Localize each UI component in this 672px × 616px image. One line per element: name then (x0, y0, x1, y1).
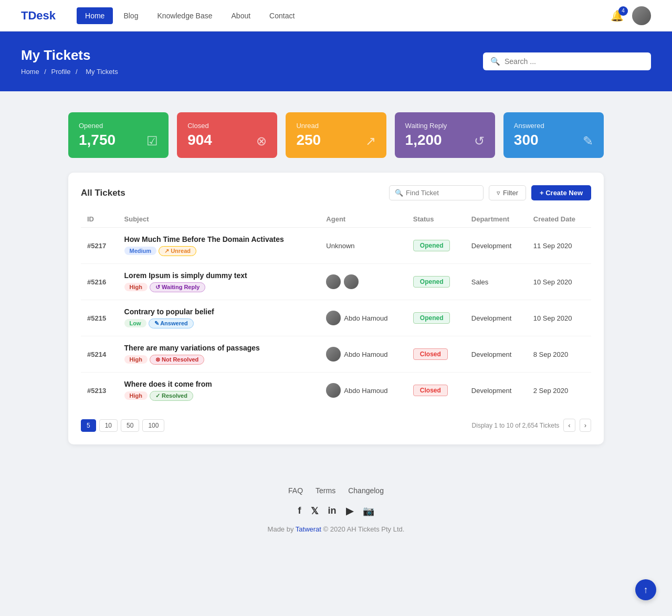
page-sizes: 5 10 50 100 (81, 419, 164, 432)
ticket-subject: There are many variations of passages (124, 344, 314, 352)
navbar: TDesk Home Blog Knowledge Base About Con… (0, 0, 672, 31)
footer: FAQ Terms Changelog f 𝕏 in ▶ 📷 Made by T… (0, 465, 672, 544)
ticket-tag-low: Low (124, 319, 146, 327)
table-row[interactable]: #5215Contrary to popular beliefLow✎ Answ… (81, 300, 591, 336)
status-badge: Opened (413, 312, 450, 324)
ticket-subject-cell: How Much Time Before The Domain Activate… (118, 228, 320, 264)
nav-right: 🔔 4 (611, 6, 651, 25)
page-size-100[interactable]: 100 (142, 419, 164, 432)
agent-avatar (326, 347, 341, 362)
col-agent: Agent (320, 211, 406, 228)
agent-name: Abdo Hamoud (344, 387, 387, 395)
ticket-subject-cell: There are many variations of passagesHig… (118, 336, 320, 373)
page-display-text: Display 1 to 10 of 2,654 Tickets (472, 422, 560, 429)
next-page-button[interactable]: › (580, 419, 591, 432)
table-row[interactable]: #5214There are many variations of passag… (81, 336, 591, 373)
breadcrumb-current: My Tickets (86, 68, 118, 76)
find-ticket-input[interactable] (406, 189, 478, 197)
nav-about[interactable]: About (223, 7, 259, 24)
create-ticket-button[interactable]: + Create New (531, 185, 591, 200)
notification-badge: 4 (618, 6, 628, 16)
ticket-status: Closed (407, 336, 465, 373)
col-date: Created Date (527, 211, 591, 228)
ticket-subject-cell: Lorem Ipsum is simply dummy textHigh↺ Wa… (118, 264, 320, 300)
table-row[interactable]: #5216Lorem Ipsum is simply dummy textHig… (81, 264, 591, 300)
notification-bell[interactable]: 🔔 4 (611, 9, 624, 22)
ticket-date: 2 Sep 2020 (527, 373, 591, 409)
ticket-subject: Where does it come from (124, 380, 314, 388)
agent-name: Abdo Hamoud (344, 351, 387, 358)
tickets-header: All Tickets 🔍 ▿ Filter + Create New (81, 185, 591, 200)
filter-icon: ▿ (497, 189, 500, 197)
linkedin-icon[interactable]: in (328, 505, 337, 517)
table-row[interactable]: #5213Where does it come fromHigh✓ Resolv… (81, 373, 591, 409)
social-icons: f 𝕏 in ▶ 📷 (10, 505, 662, 517)
stat-waiting-label: Waiting Reply (405, 122, 447, 130)
prev-page-button[interactable]: ‹ (563, 419, 575, 432)
brand-logo[interactable]: TDesk (21, 9, 56, 23)
tickets-table: ID Subject Agent Status Department Creat… (81, 211, 591, 408)
stat-opened-label: Opened (79, 122, 116, 130)
user-avatar[interactable] (632, 6, 651, 25)
nav-knowledge[interactable]: Knowledge Base (149, 7, 220, 24)
col-subject: Subject (118, 211, 320, 228)
tickets-card: All Tickets 🔍 ▿ Filter + Create New ID S… (68, 173, 604, 444)
breadcrumb: Home / Profile / My Tickets (21, 68, 121, 76)
col-id: ID (81, 211, 118, 228)
page-size-10[interactable]: 10 (99, 419, 118, 432)
col-department: Department (465, 211, 527, 228)
footer-faq[interactable]: FAQ (288, 486, 303, 495)
ticket-date: 11 Sep 2020 (527, 228, 591, 264)
status-badge: Opened (413, 276, 450, 288)
search-input[interactable] (505, 57, 644, 66)
stat-unread-value: 250 (296, 132, 321, 148)
youtube-icon[interactable]: ▶ (346, 505, 353, 517)
tickets-title: All Tickets (81, 188, 125, 198)
agent-name: Unknown (326, 242, 354, 250)
stat-closed-label: Closed (187, 122, 212, 130)
page-size-50[interactable]: 50 (121, 419, 139, 432)
table-row[interactable]: #5217How Much Time Before The Domain Act… (81, 228, 591, 264)
footer-copy: Made by Tatwerat © 2020 AH Tickets Pty L… (10, 525, 662, 533)
footer-brand-link[interactable]: Tatwerat (296, 525, 321, 533)
stat-waiting-value: 1,200 (405, 132, 447, 148)
stat-waiting[interactable]: Waiting Reply 1,200 ↺ (395, 112, 495, 158)
facebook-icon[interactable]: f (298, 505, 301, 517)
stat-opened[interactable]: Opened 1,750 ☑ (68, 112, 169, 158)
pagination: 5 10 50 100 Display 1 to 10 of 2,654 Tic… (81, 419, 591, 432)
stat-answered-icon: ✎ (583, 134, 593, 148)
ticket-subject-cell: Contrary to popular beliefLow✎ Answered (118, 300, 320, 336)
breadcrumb-profile[interactable]: Profile (51, 68, 72, 76)
stat-answered-value: 300 (514, 132, 544, 148)
nav-home[interactable]: Home (77, 7, 113, 24)
stat-waiting-icon: ↺ (474, 134, 485, 148)
ticket-department: Development (465, 300, 527, 336)
ticket-date: 8 Sep 2020 (527, 336, 591, 373)
ticket-id: #5214 (81, 336, 118, 373)
ticket-tag-high: High (124, 355, 148, 364)
page-size-5[interactable]: 5 (81, 419, 96, 432)
stat-answered[interactable]: Answered 300 ✎ (503, 112, 604, 158)
stat-closed[interactable]: Closed 904 ⊗ (177, 112, 277, 158)
ticket-tag-medium: Medium (124, 247, 157, 255)
stat-unread[interactable]: Unread 250 ↗ (286, 112, 386, 158)
nav-contact[interactable]: Contact (261, 7, 303, 24)
footer-terms[interactable]: Terms (316, 486, 335, 495)
ticket-department: Development (465, 228, 527, 264)
tickets-actions: 🔍 ▿ Filter + Create New (389, 185, 591, 200)
main-content: Opened 1,750 ☑ Closed 904 ⊗ Unread 250 ↗… (47, 91, 625, 465)
hero-left: My Tickets Home / Profile / My Tickets (21, 47, 121, 76)
twitter-icon[interactable]: 𝕏 (311, 505, 319, 517)
stat-opened-value: 1,750 (79, 132, 116, 148)
filter-label: Filter (503, 189, 518, 197)
filter-button[interactable]: ▿ Filter (489, 185, 526, 200)
ticket-id: #5216 (81, 264, 118, 300)
breadcrumb-home[interactable]: Home (21, 68, 39, 76)
footer-changelog[interactable]: Changelog (348, 486, 384, 495)
ticket-subject: Lorem Ipsum is simply dummy text (124, 271, 314, 280)
ticket-status: Opened (407, 228, 465, 264)
nav-blog[interactable]: Blog (115, 7, 146, 24)
stat-cards: Opened 1,750 ☑ Closed 904 ⊗ Unread 250 ↗… (68, 112, 604, 158)
stat-closed-value: 904 (187, 132, 212, 148)
instagram-icon[interactable]: 📷 (363, 505, 374, 517)
